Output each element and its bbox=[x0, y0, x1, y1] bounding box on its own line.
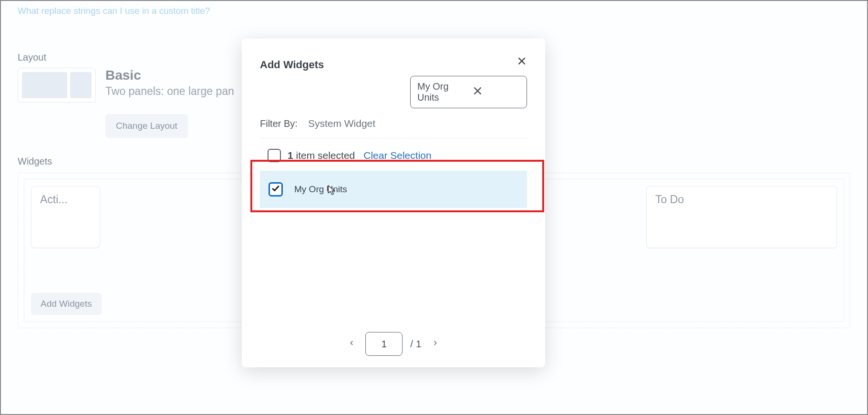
result-row-my-org-units[interactable]: My Org Units bbox=[260, 171, 527, 208]
checkmark-icon bbox=[271, 184, 280, 195]
layout-panel-small bbox=[70, 72, 92, 98]
next-page-button[interactable] bbox=[429, 336, 442, 352]
chevron-left-icon bbox=[348, 341, 355, 349]
dialog-header: Add Widgets bbox=[242, 39, 545, 71]
change-layout-button[interactable]: Change Layout bbox=[105, 114, 188, 138]
chevron-right-icon bbox=[432, 341, 439, 349]
pagination: / 1 bbox=[242, 322, 545, 356]
search-row: My Org Units bbox=[242, 71, 545, 108]
filter-label: Filter By: bbox=[260, 118, 298, 129]
prev-page-button[interactable] bbox=[345, 336, 358, 352]
selection-row: 1 item selected Clear Selection bbox=[260, 138, 527, 171]
widget-card-activity[interactable]: Acti... bbox=[31, 186, 100, 248]
result-label: My Org Units bbox=[294, 184, 347, 195]
clear-search-button[interactable] bbox=[473, 86, 520, 98]
page-total: / 1 bbox=[410, 338, 421, 350]
search-input[interactable]: My Org Units bbox=[410, 76, 527, 108]
add-widgets-button-left[interactable]: Add Widgets bbox=[31, 293, 102, 315]
close-icon bbox=[517, 59, 526, 67]
dialog-title: Add Widgets bbox=[260, 59, 324, 71]
result-checkbox[interactable] bbox=[269, 182, 283, 197]
layout-panel-large bbox=[22, 72, 67, 98]
layout-thumbnail bbox=[18, 68, 96, 103]
search-value: My Org Units bbox=[417, 81, 465, 103]
widget-card-todo[interactable]: To Do bbox=[646, 186, 837, 248]
selection-count: 1 item selected bbox=[288, 150, 355, 161]
help-link[interactable]: What replace strings can I use in a cust… bbox=[18, 6, 210, 16]
page-number-input[interactable] bbox=[365, 332, 403, 356]
filter-value[interactable]: System Widget bbox=[308, 118, 375, 129]
clear-selection-link[interactable]: Clear Selection bbox=[363, 150, 431, 161]
close-icon bbox=[473, 87, 482, 97]
close-button[interactable] bbox=[517, 56, 527, 68]
add-widgets-dialog: Add Widgets My Org Units Filter By: Syst… bbox=[242, 39, 545, 367]
select-all-checkbox[interactable] bbox=[268, 149, 281, 162]
filter-row: Filter By: System Widget bbox=[260, 108, 527, 138]
